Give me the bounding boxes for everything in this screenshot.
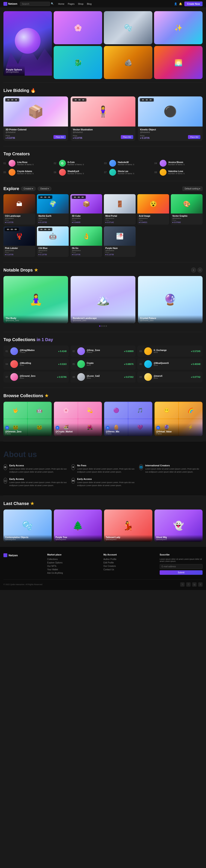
facebook-icon[interactable]: f (186, 582, 191, 587)
explore-card-5[interactable]: 🎨 Vector Graphic @RebelKid Price ♦ 0.076… (171, 194, 203, 225)
hero-card-2[interactable]: 🫧 Pink Objects @King2Madox (104, 11, 152, 44)
creator-5[interactable]: 06 ShadeEyeX Number of Items: 5 (54, 169, 102, 176)
hero-card-3[interactable]: ✨ Creative Chaos @King2Madox (154, 11, 203, 44)
explore-card-4[interactable]: 😵 Acid Image @RebelKid Price ♦ 0.04021 (137, 194, 169, 225)
explore-card-2[interactable]: 📦 00 : 00 : 00 3D Cube @RebelKid Price ♦… (70, 194, 102, 225)
creator-info-6: Gloria Lee Number of Items: 5 (118, 170, 134, 175)
dot-1[interactable] (101, 326, 103, 327)
coll-item-0[interactable]: 01 @King2Madox 5 Items ♦ 0.4148 (3, 346, 69, 357)
nav-blog[interactable]: Blog (87, 3, 92, 5)
hero-card-purple-sphere[interactable]: Purple Sphere @King2Madox (3, 11, 52, 79)
browse-card-1[interactable]: 🌸 💫 🍜 🌺 G @Crypto_Market 4 Items (54, 402, 102, 436)
bid-button-1[interactable]: Place Bid (121, 135, 133, 139)
creator-4[interactable]: 05 Coyote Adams Number of Items: 5 (3, 169, 52, 176)
coll-item-4[interactable]: 05 Crypto Items ♦ 0.68676 (70, 359, 136, 370)
explore-card-7[interactable]: 🤖 00 : 00 : 00 CGI Blue @RebelKid Price … (37, 226, 69, 257)
coll-price-2: ♦ 0.57245 (191, 350, 200, 352)
bid-card-0[interactable]: 📦 00 : 00 : 00 3D Printer Colored @Rebel… (3, 96, 68, 141)
creator-info-3: Jessica Bloom Number of Items: 5 (168, 161, 185, 165)
drops-next-button[interactable]: › (197, 268, 203, 273)
dot-2[interactable] (103, 326, 105, 327)
drops-prev-button[interactable]: ‹ (191, 268, 196, 273)
drop-card-1[interactable]: 🏔️ Rendered Landscape @Ground_Zero (71, 276, 135, 323)
search-input[interactable] (20, 2, 50, 6)
hero-section: Purple Sphere @King2Madox 🌸 Floral Girl … (0, 8, 206, 83)
creator-3[interactable]: 04 Jessica Bloom Number of Items: 5 (154, 160, 203, 167)
last-card-0[interactable]: 🫧 Contemplative Objects @MoaiQuee3 (3, 509, 52, 542)
sort-button[interactable]: Default sorting ▾ (182, 186, 203, 191)
coll-item-3[interactable]: 04 @MostDog Items ♦ 0.5163 (3, 359, 69, 370)
last-card-1[interactable]: 🌲 Purple Tree @MoaiQuee3 (54, 509, 102, 542)
explore-img-8: 👌 (70, 226, 102, 246)
last-chance-section: Last Chanse ★ 🫧 Contemplative Objects @M… (0, 496, 206, 547)
hero-card-1[interactable]: 🌸 Floral Girl @King2Madox (54, 11, 102, 44)
nav-logo[interactable]: Netzen (3, 2, 18, 6)
coll-item-8[interactable]: 09 @morxX Items ♦ 0.07742 (137, 371, 203, 382)
last-card-2[interactable]: 💃 Tattooed Lady @MoaiQuee3 (104, 509, 152, 542)
creator-6[interactable]: 07 Gloria Lee Number of Items: 5 (104, 169, 152, 176)
nav-pages[interactable]: Pages (68, 3, 74, 5)
creators-grid: 01 Lina Rose Number of Items: 5 02 G G-C… (3, 160, 203, 176)
footer-link-collections[interactable]: Collections (47, 558, 98, 560)
coll-item-6[interactable]: 07 @Ground_Zero Items ♦ 0.55786 (3, 371, 69, 382)
hero-card-4[interactable]: 🐉 Green Dragon @King2Madox (54, 46, 102, 79)
last-card-3[interactable]: 👻 Ghost Wig @MoaiQuee3 (154, 509, 203, 542)
coll-item-1[interactable]: 02 @Gray_Zone 8 Items ♦ 0.60809 (70, 346, 136, 357)
dot-3[interactable] (106, 326, 107, 327)
explore-card-3[interactable]: 🚪 Mind Portal @RebelKid Price ♦ 0.07142 (104, 194, 136, 225)
about-icon-3: ◻ (3, 478, 7, 484)
subscribe-button[interactable]: Submit (160, 570, 203, 575)
footer-link-edit[interactable]: Edit Profile (103, 561, 154, 564)
twitter-icon[interactable]: 𝕏 (180, 582, 184, 587)
bid-card-img-0: 📦 00 : 00 : 00 (3, 96, 68, 126)
drop-card-2[interactable]: 🔮 Crystal Palace @Ground_Zero (138, 276, 203, 323)
nav-shop[interactable]: Shop (78, 3, 83, 5)
drop-card-info-2: Crystal Palace @Ground_Zero (138, 315, 203, 323)
coll-item-5[interactable]: 06 @MoaiQueenS Items ♦ 0.40348 (137, 359, 203, 370)
footer-link-wallet[interactable]: Your Wallet (47, 568, 98, 571)
hero-card-author-0: @King2Madox (6, 71, 22, 73)
bid-button-0[interactable]: Place Bid (54, 135, 66, 139)
footer-link-author[interactable]: Author Profile (103, 558, 154, 560)
about-grid: ⚙ Early Access Lorem ipsum dolor sit ame… (3, 464, 203, 487)
email-input[interactable] (160, 564, 203, 569)
creator-2[interactable]: 03 HadeskeW Number of Items: 5 (104, 160, 152, 167)
explore-card-0[interactable]: 🏔 CGI Landscape @RebelKid Price ♦ 0.1373… (3, 194, 35, 225)
nav-home[interactable]: Home (58, 3, 64, 5)
creator-0[interactable]: 01 Lina Rose Number of Items: 5 (3, 160, 52, 167)
filter-owned[interactable]: Owned ▾ (38, 186, 52, 191)
user-icon[interactable]: 👤 (174, 2, 177, 5)
footer-link-nfts[interactable]: Our NFTs (47, 565, 98, 567)
explore-card-9[interactable]: 🌁 Purple Haze @RebelKid Price ♦ 0.13735 (104, 226, 136, 257)
footer-link-explore[interactable]: Explore Options (47, 561, 98, 564)
footer-link-creators[interactable]: Our Creators (103, 565, 154, 567)
explore-card-1[interactable]: 🌍 00 : 00 : 00 Marble Earth @RebelKid Pr… (37, 194, 69, 225)
bid-card-1[interactable]: 🧍‍♀️ 00 : 00 : 00 Vector Illustration @R… (71, 96, 135, 141)
creator-1[interactable]: 02 G G-Coin Number of Items: 5 (54, 160, 102, 167)
create-button[interactable]: Create Now (184, 1, 203, 6)
browse-card-2[interactable]: 🟣 🎵 🥚 💜 G @Stereo_Mix 4 Items (104, 402, 152, 436)
bell-icon[interactable]: 🔔 (179, 2, 182, 5)
footer-link-contact[interactable]: Contact Us (103, 568, 154, 571)
filter-created[interactable]: Created ▾ (21, 186, 36, 191)
top-creators-section: Top Creators 01 Lina Rose Number of Item… (0, 146, 206, 181)
browse-card-0[interactable]: 🤟 🤖 🐸 🐸 G @Genesis_Zero 4 Items (3, 402, 52, 436)
footer-grid: Netzen Market place Collections Explore … (3, 553, 203, 580)
explore-card-6[interactable]: 🦞 00 : 00 : 00 Pink Lobster @RebelKid Pr… (3, 226, 35, 257)
coll-item-7[interactable]: 08 @Love_CatZ Items ♦ 0.67302 (70, 371, 136, 382)
creator-7[interactable]: 08 Valentine Love Number of Items: 5 (154, 169, 203, 176)
drop-card-0[interactable]: 🧘‍♀️ The Body @Ground_Zero (3, 276, 68, 323)
bid-button-2[interactable]: Place Bid (188, 135, 200, 139)
explore-card-8[interactable]: 👌 Ok Go @RebelKid Price ♦ 0.13735 (70, 226, 102, 257)
bid-card-2[interactable]: ⚫ 00 : 00 : 00 Kinetic Object @RebelKid … (138, 96, 203, 141)
browse-card-3[interactable]: 😶 🌈 🔮 ⚡ G @Virtual_Value 4 Items (154, 402, 203, 436)
dot-0[interactable] (99, 326, 100, 327)
coll-item-2[interactable]: 03 G_Exchange Items ♦ 0.57245 (137, 346, 203, 357)
about-item-1: ✕ No Fees Lorem ipsum dolor sit amet Lor… (71, 464, 135, 473)
footer-link-ask[interactable]: Ask Us Anything (47, 572, 98, 574)
hero-card-5[interactable]: 🪨 Marble And Gold @King2Madox (104, 46, 152, 79)
hero-card-6[interactable]: 🌅 The End Of Summer @King2Madox (154, 46, 203, 79)
instagram-icon[interactable]: ig (192, 582, 197, 587)
discord-icon[interactable]: d (198, 582, 203, 587)
logo-text: Netzen (8, 2, 18, 5)
